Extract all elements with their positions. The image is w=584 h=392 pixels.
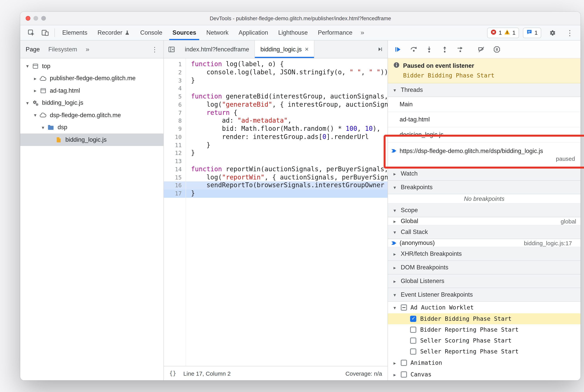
line-number: 16 [164,182,186,190]
category-checkbox[interactable] [401,304,407,311]
close-tab-icon[interactable]: × [305,45,309,53]
breakpoint-checkbox[interactable] [410,348,416,355]
close-window-button[interactable] [26,16,30,21]
pause-on-exceptions-icon[interactable] [489,41,505,58]
code-line[interactable]: 17} [164,190,388,198]
panel-tab-performance[interactable]: Performance [313,25,357,40]
code-line[interactable]: 3} [164,76,388,85]
navigator-menu-button[interactable]: ⋮ [151,45,158,53]
call-stack-frame[interactable]: (anonymous) bidding_logic.js:17 [388,239,581,247]
watch-section-header[interactable]: Watch [388,167,581,180]
event-listener-breakpoints-section-header[interactable]: Event Listener Breakpoints [388,288,581,302]
thread-row[interactable]: Main [388,97,581,112]
xhr-breakpoints-section-header[interactable]: XHR/fetch Breakpoints [388,247,581,261]
call-stack-section-header[interactable]: Call Stack [388,226,581,239]
line-content: return { [186,109,388,117]
code-line[interactable]: 6 log("generateBid", { interestGroup, au… [164,101,388,109]
code-line[interactable]: 14function reportWin(auctionSignals, per… [164,166,388,174]
panel-tab-application[interactable]: Application [234,25,273,40]
console-errors-warnings-button[interactable]: 1 1 [487,28,519,38]
tree-item-bidding-logic-js[interactable]: ▾bidding_logic.js [20,97,163,109]
pretty-print-icon[interactable]: {} [169,370,176,377]
editor-tab-index[interactable]: index.html?fencedframe [179,40,255,58]
step-out-icon[interactable] [437,41,453,58]
code-line[interactable]: 4 [164,85,388,93]
step-icon[interactable] [453,41,468,58]
inspect-element-icon[interactable] [24,25,38,40]
thread-status: paused [556,155,577,162]
panel-tab-elements[interactable]: Elements [57,25,92,40]
code-editor[interactable]: 1function log(label, o) {2 console.log(l… [164,58,388,366]
tree-item-bidding-logic-js[interactable]: bidding_logic.js [20,134,163,146]
listener-breakpoint-seller-reporting-phase-start[interactable]: Seller Reporting Phase Start [388,346,581,357]
thread-row[interactable]: ad-tag.html [388,112,581,127]
device-toolbar-icon[interactable] [38,25,52,40]
issues-button[interactable]: 1 [523,28,541,38]
disclosure-triangle: ▾ [24,100,31,106]
more-navigator-tabs-button[interactable]: » [86,45,89,53]
more-panels-button[interactable]: » [357,25,367,40]
code-line[interactable]: 16 sendReportTo(browserSignals.interestG… [164,182,388,190]
scope-global-row[interactable]: Global global [388,218,581,226]
resume-script-icon[interactable] [390,41,406,58]
deactivate-breakpoints-icon[interactable] [474,41,489,58]
code-line[interactable]: 10 render: interestGroup.ads[0].renderUr… [164,133,388,141]
settings-gear-icon[interactable] [545,29,559,36]
tree-item-ad-tag-html[interactable]: ▸ad-tag.html [20,84,163,97]
code-line[interactable]: 12} [164,149,388,158]
listener-breakpoint-bidder-bidding-phase-start[interactable]: Bidder Bidding Phase Start [388,313,581,324]
listener-breakpoint-bidder-reporting-phase-start[interactable]: Bidder Reporting Phase Start [388,324,581,335]
dom-breakpoints-section-header[interactable]: DOM Breakpoints [388,261,581,274]
panel-tab-recorder[interactable]: Recorder [92,25,135,40]
breakpoint-checkbox[interactable] [410,338,416,344]
code-line[interactable]: 11 } [164,141,388,149]
editor-tab-bidding-logic[interactable]: bidding_logic.js × [255,40,315,58]
hide-navigator-icon[interactable] [164,40,179,58]
step-into-icon[interactable] [421,41,437,58]
line-content: } [186,190,388,198]
code-line[interactable]: 7 return { [164,109,388,117]
category-checkbox[interactable] [401,371,407,378]
panel-tab-lighthouse[interactable]: Lighthouse [273,25,313,40]
tab-filesystem[interactable]: Filesystem [48,46,77,53]
devtools-menu-button[interactable]: ⋮ [563,28,577,37]
thread-row[interactable]: decision_logic.js [388,127,581,142]
code-line[interactable]: 9 bid: Math.floor(Math.random() * 100, 1… [164,125,388,133]
global-listeners-section-header[interactable]: Global Listeners [388,274,581,288]
devtools-toolbar: ElementsRecorderConsoleSourcesNetworkApp… [20,25,581,40]
thread-row[interactable]: https://dsp-fledge-demo.glitch.me/dsp/bi… [388,142,581,167]
code-line[interactable]: 13 [164,157,388,166]
code-line[interactable]: 1function log(label, o) { [164,60,388,68]
tree-item-dsp[interactable]: ▾dsp [20,121,163,134]
breakpoint-checkbox[interactable] [410,316,416,322]
disclosure-triangle [392,292,397,298]
breakpoints-section-header[interactable]: Breakpoints [388,180,581,194]
threads-section-header[interactable]: Threads [388,83,581,97]
thread-label: decision_logic.js [400,131,444,138]
tree-item-publisher-fledge-demo-glitch-me[interactable]: ▸publisher-fledge-demo.glitch.me [20,72,163,84]
minimize-window-button[interactable] [33,16,38,21]
code-line[interactable]: 8 ad: "ad-metadata", [164,117,388,125]
panel-tab-label: Network [206,29,229,36]
tab-page[interactable]: Page [26,46,40,53]
panel-tab-console[interactable]: Console [135,25,167,40]
step-over-icon[interactable] [406,41,421,58]
tree-item-top[interactable]: ▾top [20,60,163,72]
line-number: 15 [164,174,186,182]
panel-tab-sources[interactable]: Sources [167,25,201,40]
listener-category-canvas[interactable]: Canvas [388,369,581,380]
code-token: , { auctionSignals, perBuyerSignals, sel… [265,174,388,181]
listener-category-animation[interactable]: Animation [388,357,581,369]
scope-section-header[interactable]: Scope [388,204,581,218]
listener-category-ad-auction-worklet[interactable]: Ad Auction Worklet [388,302,581,313]
category-checkbox[interactable] [401,360,407,366]
code-line[interactable]: 5function generateBid(interestGroup, auc… [164,93,388,101]
code-line[interactable]: 15 log("reportWin", { auctionSignals, pe… [164,174,388,182]
breakpoint-checkbox[interactable] [410,326,416,333]
panel-tab-network[interactable]: Network [201,25,234,40]
zoom-window-button[interactable] [41,16,46,21]
open-file-navigation-icon[interactable] [372,40,388,58]
code-line[interactable]: 2 console.log(label, JSON.stringify(o, "… [164,68,388,77]
tree-item-dsp-fledge-demo-glitch-me[interactable]: ▾dsp-fledge-demo.glitch.me [20,109,163,121]
listener-breakpoint-seller-scoring-phase-start[interactable]: Seller Scoring Phase Start [388,335,581,346]
